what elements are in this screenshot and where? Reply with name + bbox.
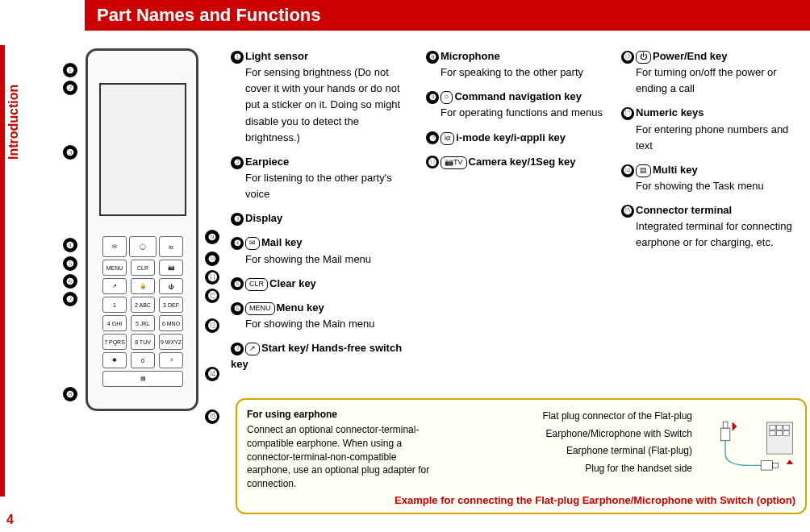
part-name: Connector terminal <box>636 204 732 216</box>
key-3: 3 DEF <box>159 297 183 313</box>
part-item: ❶Light sensorFor sensing brightness (Do … <box>231 48 416 146</box>
callout-3: ❸ <box>63 145 77 160</box>
key-5: 5 JKL <box>131 315 155 331</box>
part-description: For listening to the other party's voice <box>231 170 416 202</box>
svg-rect-4 <box>770 431 775 436</box>
earphone-text: For using earphone Connect an optional c… <box>247 408 439 491</box>
key-0: 0 <box>131 352 155 368</box>
lock-key-icon: 🔒 <box>131 278 155 294</box>
part-item-title: ⓮▤Multi key <box>621 162 807 178</box>
part-description: For speaking to the other party <box>426 64 612 81</box>
key-icon: CLR <box>245 278 268 291</box>
start-key-icon: ↗ <box>102 278 127 294</box>
part-number-badge: ⓫ <box>426 156 439 168</box>
phone-keypad: ✉◯iα MENUCLR📷 ↗🔒⏻ 12 ABC3 DEF 4 GHI5 JKL… <box>102 236 183 389</box>
part-name: Mail key <box>261 236 303 248</box>
part-number-badge: ❶ <box>231 51 244 64</box>
part-name: Numeric keys <box>636 106 704 118</box>
earphone-heading: For using earphone <box>247 408 439 422</box>
callout-9: ❾ <box>205 230 219 244</box>
part-name: Microphone <box>440 50 500 62</box>
key-icon: iα <box>440 132 454 145</box>
camera-key-icon: 📷 <box>159 260 183 276</box>
part-item-title: ❻MENUMenu key <box>231 300 416 316</box>
svg-rect-1 <box>770 426 775 430</box>
earphone-label-2: Earphone terminal (Flat-plug) <box>450 443 692 460</box>
part-number-badge: ❸ <box>231 213 244 226</box>
svg-rect-9 <box>761 461 772 470</box>
key-9: 9 WXYZ <box>159 334 183 350</box>
key-icon: ○ <box>440 91 453 104</box>
description-columns: ❶Light sensorFor sensing brightness (Do … <box>231 48 807 380</box>
part-item-title: ❸Display <box>231 210 416 227</box>
part-item: ❸Display <box>231 210 416 227</box>
callout-4: ❹ <box>63 238 77 252</box>
svg-rect-3 <box>783 426 789 430</box>
imode-key-icon: iα <box>159 236 183 257</box>
callout-7: ❼ <box>63 292 77 306</box>
part-item: ⓫📷TVCamera key/1Seg key <box>426 154 612 170</box>
part-description: Integrated terminal for connecting earph… <box>621 218 807 251</box>
part-description: For sensing brightness (Do not cover it … <box>231 64 416 146</box>
mail-key-icon: ✉ <box>102 236 127 257</box>
part-item-title: ⓭Numeric keys <box>621 105 807 121</box>
part-description: For operating functions and menus <box>426 105 612 121</box>
part-name: Multi key <box>653 164 698 176</box>
part-item-title: ❶Light sensor <box>231 48 416 64</box>
callout-6: ❻ <box>63 274 77 289</box>
part-number-badge: ❹ <box>231 237 244 250</box>
part-item: ❿iαi-mode key/i-αppli key <box>426 130 612 146</box>
nav-key-icon: ◯ <box>129 236 157 257</box>
part-name: Light sensor <box>245 50 308 62</box>
svg-marker-11 <box>733 422 737 430</box>
part-description: For showing the Task menu <box>621 178 807 194</box>
callout-14: ⓮ <box>205 367 219 381</box>
svg-rect-10 <box>773 463 779 468</box>
part-description: For turning on/off the power or ending a… <box>621 64 807 97</box>
part-item: ❾○Command navigation keyFor operating fu… <box>426 89 612 121</box>
part-number-badge: ❷ <box>231 156 244 169</box>
earphone-labels: Flat plug connector of the Flat-plug Ear… <box>450 408 692 477</box>
key-6: 6 MNO <box>159 315 183 331</box>
column-1: ❶Light sensorFor sensing brightness (Do … <box>231 48 416 380</box>
phone-body: ✉◯iα MENUCLR📷 ↗🔒⏻ 12 ABC3 DEF 4 GHI5 JKL… <box>86 48 198 411</box>
clr-key-icon: CLR <box>131 260 155 276</box>
part-name: Command navigation key <box>454 90 581 102</box>
key-icon: ✉ <box>245 237 260 250</box>
part-item-title: ❿iαi-mode key/i-αppli key <box>426 130 612 146</box>
sidebar-accent-bar <box>0 45 5 497</box>
key-icon: ⏻ <box>636 51 651 64</box>
part-number-badge: ❺ <box>231 277 244 290</box>
part-item-title: ❷Earpiece <box>231 154 416 170</box>
earphone-caption: Example for connecting the Flat-plug Ear… <box>247 494 795 506</box>
power-key-icon: ⏻ <box>159 278 183 294</box>
part-item-title: ❽Microphone <box>426 48 612 64</box>
earphone-label-3: Plug for the handset side <box>450 460 692 478</box>
svg-rect-6 <box>783 431 789 436</box>
part-item: ❽MicrophoneFor speaking to the other par… <box>426 48 612 81</box>
callout-5: ❺ <box>63 256 77 271</box>
callout-11: ⓫ <box>205 270 219 285</box>
key-star: ✱ <box>102 352 127 368</box>
multi-key-icon: ▤ <box>102 371 183 387</box>
main-content: ✉◯iα MENUCLR📷 ↗🔒⏻ 12 ABC3 DEF 4 GHI5 JKL… <box>29 40 810 532</box>
part-description: For showing the Main menu <box>231 316 416 332</box>
column-2: ❽MicrophoneFor speaking to the other par… <box>426 48 612 380</box>
part-item: ❻MENUMenu keyFor showing the Main menu <box>231 300 416 332</box>
part-item-title: ⓬⏻Power/End key <box>621 48 807 64</box>
svg-marker-12 <box>787 459 794 464</box>
key-icon: 📷TV <box>440 156 467 169</box>
svg-rect-8 <box>723 422 728 428</box>
header-ornament-icon: ❀ <box>63 6 75 37</box>
part-item: ❷EarpieceFor listening to the other part… <box>231 154 416 202</box>
sidebar-section-label: Introduction <box>6 85 21 160</box>
sidebar: Introduction 4 <box>0 31 29 532</box>
part-name: Earpiece <box>245 156 289 168</box>
earphone-diagram <box>704 408 795 488</box>
part-number-badge: ❿ <box>426 131 439 144</box>
callout-12: ⓬ <box>205 289 219 303</box>
earphone-body: Connect an optional connector-terminal-c… <box>247 423 439 491</box>
key-icon: ↗ <box>245 343 260 355</box>
header-title: Part Names and Functions <box>97 5 321 25</box>
part-name: Power/End key <box>653 50 727 62</box>
